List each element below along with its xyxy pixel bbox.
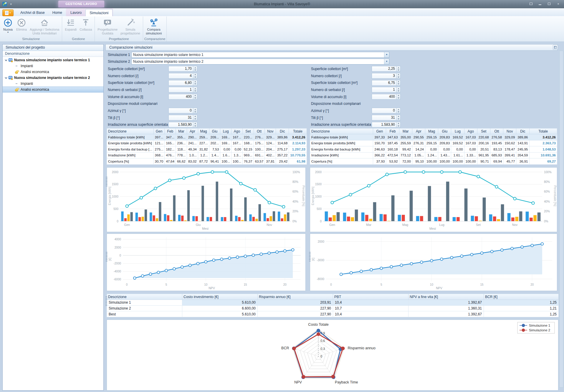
- fit-window-icon[interactable]: [527, 1, 535, 6]
- sim1-numero-di-serbatoi--input[interactable]: 1: [168, 87, 193, 92]
- column-header[interactable]: Descrizione: [107, 128, 154, 134]
- column-header[interactable]: Mag: [198, 128, 209, 134]
- tree-expander-icon[interactable]: [4, 59, 8, 62]
- spinner-control[interactable]: [396, 94, 401, 100]
- compara-button[interactable]: ABCompara simulazioni: [144, 17, 163, 36]
- column-header[interactable]: Nov: [265, 128, 276, 134]
- spinner-control[interactable]: [193, 122, 197, 128]
- spin-down-icon[interactable]: [193, 111, 197, 113]
- spin-up-icon[interactable]: [193, 94, 197, 97]
- close-icon[interactable]: ×: [554, 1, 562, 6]
- spin-down-icon[interactable]: [396, 90, 400, 92]
- column-header[interactable]: Ago: [231, 128, 243, 134]
- minimize-icon[interactable]: [536, 1, 544, 6]
- spin-down-icon[interactable]: [193, 90, 197, 92]
- tab-archivi-di-base[interactable]: Archivi di Base: [16, 9, 49, 16]
- sim1-azimut--input[interactable]: 0: [168, 108, 193, 113]
- table-row[interactable]: Energia fornita dal backup [kWh]246,6316…: [310, 146, 557, 153]
- tree-item-simulation-2[interactable]: Nuova simulazione impianto solare termic…: [3, 75, 103, 81]
- column-header[interactable]: Costo investimento [€]: [182, 294, 258, 300]
- simulation2-combobox[interactable]: Nuova simulazione impianto solare termic…: [131, 59, 389, 64]
- spin-up-icon[interactable]: [193, 122, 197, 125]
- drag-grip-icon[interactable]: [309, 252, 311, 262]
- tree-expander-icon[interactable]: [4, 77, 8, 79]
- sim2-numero-collettori--input[interactable]: 3: [372, 73, 396, 79]
- table-row[interactable]: Copertura [%]30,7047,6466,6283,0287,7296…: [107, 158, 307, 165]
- sim2-superficie-collettori-m--input[interactable]: 2,25: [372, 66, 396, 72]
- column-header[interactable]: Feb: [165, 128, 176, 134]
- column-header[interactable]: Nov: [503, 128, 516, 134]
- column-header[interactable]: Gen: [153, 128, 165, 134]
- sim2-numero-di-serbatoi--input[interactable]: 1: [372, 87, 396, 92]
- drag-grip-icon[interactable]: [106, 176, 107, 186]
- spinner-control[interactable]: [396, 73, 401, 79]
- spin-down-icon[interactable]: [193, 97, 197, 100]
- spin-down-icon[interactable]: [396, 97, 400, 100]
- column-header[interactable]: Mag: [425, 128, 438, 134]
- nuova-button[interactable]: Nuova▾: [1, 17, 15, 34]
- spin-down-icon[interactable]: [396, 111, 400, 113]
- column-header[interactable]: PBT: [333, 294, 408, 300]
- spin-up-icon[interactable]: [396, 94, 400, 97]
- spin-down-icon[interactable]: [193, 76, 197, 79]
- spinner-control[interactable]: [193, 108, 197, 113]
- spinner-control[interactable]: [193, 73, 197, 79]
- sim1-monthly-table[interactable]: DescrizioneGenFebMarAprMagGiuLugAgoSetOt…: [107, 128, 307, 165]
- column-header[interactable]: Giu: [209, 128, 220, 134]
- spin-up-icon[interactable]: [396, 66, 400, 69]
- table-row[interactable]: Energia fornita dal backup [...275...182…: [107, 146, 307, 153]
- sim2-tilt--input[interactable]: 31: [372, 115, 396, 120]
- table-row[interactable]: Simulazione 26.600,00227,9010,71.360,311…: [107, 305, 559, 311]
- sim2-superficie-totale-collettori-m--input[interactable]: 6,75: [372, 80, 396, 86]
- drag-grip-icon[interactable]: [106, 252, 107, 262]
- spinner-control[interactable]: [193, 66, 197, 72]
- sim1-superficie-totale-collettori-m--input[interactable]: 6,80: [168, 80, 193, 86]
- column-header[interactable]: Feb: [386, 128, 399, 134]
- tab-simulazioni[interactable]: Simulazioni: [85, 9, 113, 16]
- table-row[interactable]: Energia totale prodotta [kWh]121...165..…: [107, 140, 307, 146]
- column-header[interactable]: Ott: [490, 128, 503, 134]
- spinner-control[interactable]: [193, 94, 197, 100]
- column-header[interactable]: Descrizione: [310, 128, 373, 134]
- tab-lavoro[interactable]: Lavoro: [67, 9, 85, 16]
- sim1-volume-di-accumulo-l--input[interactable]: 400: [168, 94, 193, 100]
- tree-item-analisi-economica[interactable]: Analisi economica: [3, 87, 103, 92]
- restore-icon[interactable]: [545, 1, 553, 6]
- column-header[interactable]: BCR [€]: [484, 294, 559, 300]
- spinner-control[interactable]: [396, 66, 401, 72]
- spinner-control[interactable]: [396, 87, 401, 92]
- spin-up-icon[interactable]: [193, 115, 197, 118]
- spinner-control[interactable]: [193, 87, 197, 92]
- tab-home[interactable]: Home: [49, 9, 66, 16]
- spinner-control[interactable]: [396, 80, 401, 86]
- spin-down-icon[interactable]: [396, 118, 400, 120]
- spin-down-icon[interactable]: [193, 69, 197, 72]
- spinner-control[interactable]: [396, 108, 401, 113]
- spin-down-icon[interactable]: [396, 83, 400, 85]
- tree-item-impianti[interactable]: Impianti: [3, 63, 103, 69]
- table-row[interactable]: Irradiazione [kWh]366,22472,54773,121.05…: [310, 152, 557, 158]
- spin-up-icon[interactable]: [396, 87, 400, 90]
- column-header[interactable]: Gen: [373, 128, 386, 134]
- column-header[interactable]: NPV a fine vita [€]: [408, 294, 484, 300]
- sim2-volume-di-accumulo-l--input[interactable]: 400: [372, 94, 396, 100]
- sim2-monthly-table[interactable]: DescrizioneGenFebMarAprMagGiuLugAgoSetOt…: [310, 128, 557, 165]
- column-header[interactable]: Descrizione: [107, 294, 182, 300]
- simulation1-combobox[interactable]: Nuova simulazione impianto solare termic…: [131, 52, 389, 58]
- table-row[interactable]: Irradiazione [kWh]368...476...778...1.0.…: [107, 152, 307, 158]
- column-header[interactable]: Apr: [412, 128, 425, 134]
- spin-up-icon[interactable]: [193, 80, 197, 83]
- summary-table[interactable]: DescrizioneCosto investimento [€]Risparm…: [107, 294, 559, 317]
- sim1-numero-collettori--input[interactable]: 4: [168, 73, 193, 79]
- table-row[interactable]: Simulazione 15.610,00203,9110,41.392,671…: [107, 300, 559, 306]
- column-header[interactable]: Set: [477, 128, 490, 134]
- drag-grip-icon[interactable]: [105, 296, 107, 306]
- spinner-control[interactable]: [396, 122, 401, 128]
- tree-column-header[interactable]: Denominazione: [3, 51, 103, 57]
- column-header[interactable]: Risparmio annuo [€]: [258, 294, 333, 300]
- spin-up-icon[interactable]: [193, 87, 197, 90]
- chevron-down-icon[interactable]: ▼: [384, 52, 389, 57]
- sim1-tilt--input[interactable]: 31: [168, 115, 193, 120]
- spin-up-icon[interactable]: [193, 73, 197, 76]
- column-header[interactable]: Lug: [220, 128, 231, 134]
